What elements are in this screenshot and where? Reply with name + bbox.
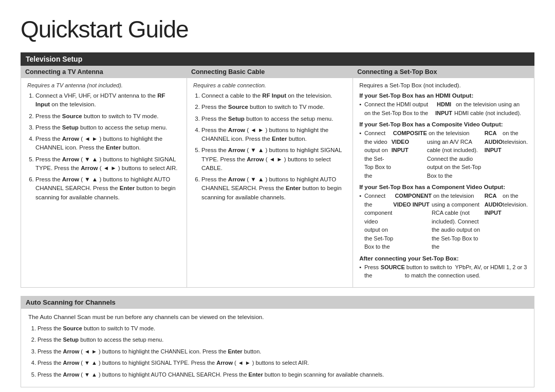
- list-item: Press the Arrow ( ▼ ▲ ) buttons to highl…: [38, 359, 527, 368]
- column-settopbox-header: Connecting a Set-Top Box: [353, 66, 534, 78]
- list-item: Press the Arrow ( ◄ ► ) buttons to highl…: [201, 126, 346, 144]
- component-header: If your Set-Top Box has a Component Vide…: [359, 184, 528, 190]
- list-item: Press the Arrow ( ▼ ▲ ) buttons to highl…: [35, 175, 180, 202]
- column-cable: Connecting Basic Cable Requires a cable …: [187, 66, 353, 287]
- list-item: Press the Arrow ( ▼ ▲ ) buttons to highl…: [201, 175, 346, 202]
- list-item: Press the Source button to switch to TV …: [35, 112, 180, 121]
- tv-setup-columns: Connecting a TV Antenna Requires a TV an…: [21, 66, 534, 288]
- column-antenna-header: Connecting a TV Antenna: [21, 66, 187, 78]
- list-item: Press the Source button to switch to TV …: [38, 324, 527, 333]
- list-item: Press the Setup button to access the set…: [201, 115, 346, 123]
- after-text: Press the SOURCE button to switch to YPb…: [359, 263, 528, 280]
- list-item: Press the Arrow ( ▼ ▲ ) buttons to highl…: [201, 146, 346, 173]
- composite-header: If your Set-Top Box has a Composite Vide…: [359, 121, 528, 127]
- hdmi-text: Connect the HDMI output on the Set-Top B…: [359, 100, 528, 117]
- auto-scan-header: Auto Scanning for Channels: [21, 296, 534, 309]
- after-header: After connecting your Set-Top Box:: [359, 255, 528, 262]
- cable-italic: Requires a cable connection.: [193, 82, 346, 88]
- list-item: Connect a cable to the RF Input on the t…: [201, 91, 346, 100]
- cable-steps: Connect a cable to the RF Input on the t…: [193, 91, 346, 202]
- hdmi-header: If your Set-Top Box has an HDMI Output:: [359, 92, 528, 99]
- column-cable-header: Connecting Basic Cable: [187, 66, 353, 78]
- antenna-italic: Requires a TV antenna (not included).: [27, 82, 180, 88]
- auto-scan-steps: Press the Source button to switch to TV …: [28, 324, 527, 380]
- tv-setup-header: Television Setup: [21, 52, 534, 66]
- list-item: Press the Arrow ( ▼ ▲ ) buttons to highl…: [38, 370, 527, 380]
- list-item: Connect a VHF, UHF, or HDTV antenna to t…: [35, 91, 180, 109]
- antenna-steps: Connect a VHF, UHF, or HDTV antenna to t…: [27, 91, 180, 202]
- column-antenna: Connecting a TV Antenna Requires a TV an…: [21, 66, 187, 287]
- settopbox-intro: Requires a Set-Top Box (not included).: [359, 82, 528, 88]
- page-title: Quickstart Guide: [21, 15, 534, 43]
- list-item: Press the Source button to switch to TV …: [201, 103, 346, 111]
- auto-scan-body: The Auto Channel Scan must be run before…: [21, 309, 534, 388]
- composite-text: Connect the video output on the Set-Top …: [359, 129, 528, 180]
- list-item: Press the Arrow ( ▼ ▲ ) buttons to highl…: [35, 155, 180, 173]
- column-settopbox: Connecting a Set-Top Box Requires a Set-…: [353, 66, 534, 287]
- list-item: Press the Setup button to access the set…: [38, 335, 527, 345]
- auto-scan-intro: The Auto Channel Scan must be run before…: [28, 314, 527, 320]
- component-text: Connect the component video output on th…: [359, 192, 528, 251]
- list-item: Press the Setup button to access the set…: [35, 123, 180, 132]
- list-item: Press the Arrow ( ◄ ► ) buttons to highl…: [35, 135, 180, 153]
- list-item: Press the Arrow ( ◄ ► ) buttons to highl…: [38, 347, 527, 357]
